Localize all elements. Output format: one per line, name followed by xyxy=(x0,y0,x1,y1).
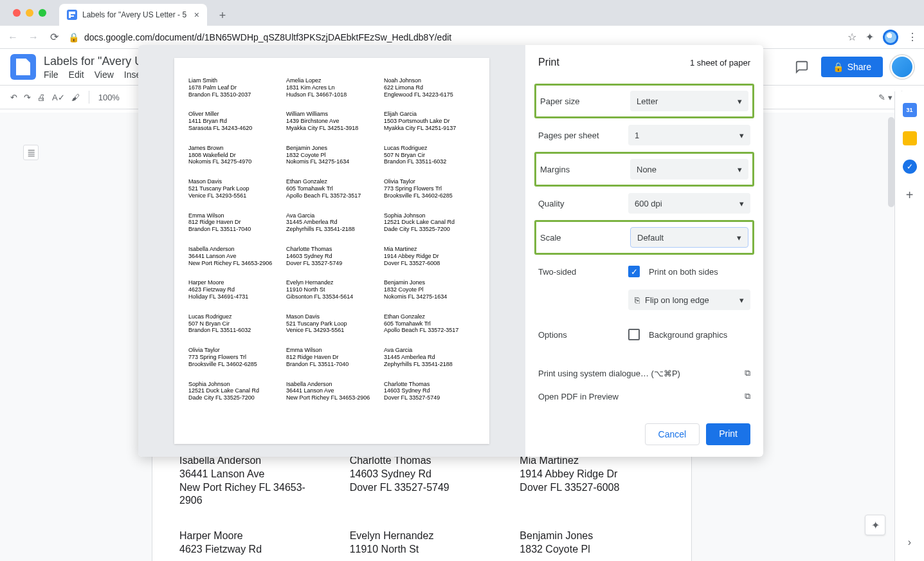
preview-label: Emma Wilson812 Ridge Haven DrBrandon FL … xyxy=(286,347,377,367)
paper-size-dropdown[interactable]: Letter ▾ xyxy=(630,91,748,111)
minimize-window-icon[interactable] xyxy=(26,9,33,17)
highlight-paper-size: Paper size Letter ▾ xyxy=(534,84,754,118)
preview-label: Lucas Rodriguez507 N Bryan CirBrandon FL… xyxy=(384,145,475,165)
doc-label: Mia Martinez1914 Abbey Ridge DrDover FL … xyxy=(520,454,664,508)
address-bar[interactable]: 🔒 docs.google.com/document/d/1BN65WDHp_q… xyxy=(68,32,840,42)
print-button[interactable]: Print xyxy=(706,423,750,445)
system-dialog-link[interactable]: Print using system dialogue… (⌥⌘P) xyxy=(538,369,680,378)
extensions-icon[interactable]: ✦ xyxy=(865,31,874,43)
close-window-icon[interactable] xyxy=(13,9,21,17)
menu-edit[interactable]: Edit xyxy=(69,69,84,80)
scrollbar-thumb[interactable] xyxy=(888,117,894,207)
docs-favicon-icon xyxy=(67,10,77,20)
background-graphics-checkbox[interactable] xyxy=(628,329,640,340)
open-pdf-link[interactable]: Open PDF in Preview xyxy=(538,392,619,401)
preview-page: Liam Smith1678 Palm Leaf DrBrandon FL 33… xyxy=(174,58,489,444)
preview-label: Oliver Miller1411 Bryan RdSarasota FL 34… xyxy=(188,111,280,131)
preview-label: Ethan Gonzalez605 Tomahawk TrlApollo Bea… xyxy=(286,178,377,199)
chevron-down-icon: ▾ xyxy=(738,165,742,174)
calendar-icon[interactable] xyxy=(903,103,917,117)
preview-label: Olivia Taylor773 Spring Flowers TrlBrook… xyxy=(188,347,280,367)
preview-label: Olivia Taylor773 Spring Flowers TrlBrook… xyxy=(384,178,475,199)
lock-icon: 🔒 xyxy=(68,32,79,42)
print-preview-pane: Liam Smith1678 Palm Leaf DrBrandon FL 33… xyxy=(138,45,525,457)
two-sided-checkbox[interactable]: ✓ xyxy=(628,266,640,277)
comments-icon[interactable] xyxy=(790,55,813,78)
doc-label: Evelyn Hernandez11910 North St xyxy=(350,529,494,556)
preview-label: Liam Smith1678 Palm Leaf DrBrandon FL 33… xyxy=(188,77,280,98)
forward-button[interactable]: → xyxy=(27,31,40,44)
background-graphics-text: Background graphics xyxy=(649,330,727,340)
doc-label: Harper Moore4623 Fietzway Rd xyxy=(179,529,324,556)
preview-label: Harper Moore4623 Fietzway RdHoliday FL 3… xyxy=(188,279,280,300)
print-settings-pane: Print 1 sheet of paper Paper size Letter… xyxy=(525,45,763,457)
doc-label: Benjamin Jones1832 Coyote Pl xyxy=(520,529,664,556)
preview-label: James Brown1808 Wakefield DrNokomis FL 3… xyxy=(188,145,280,165)
quality-label: Quality xyxy=(538,199,622,208)
browser-menu-icon[interactable]: ⋮ xyxy=(907,31,918,43)
quality-value: 600 dpi xyxy=(635,199,662,208)
back-button[interactable]: ← xyxy=(6,31,19,44)
scale-label: Scale xyxy=(540,233,624,243)
menu-file[interactable]: File xyxy=(44,69,59,80)
paper-size-value: Letter xyxy=(637,97,658,106)
collapse-panel-icon[interactable]: › xyxy=(908,537,911,548)
preview-label: Mia Martinez1914 Abbey Ridge DrDover FL … xyxy=(384,246,475,266)
doc-label: Isabella Anderson36441 Lanson AveNew Por… xyxy=(179,454,324,508)
zoom-level[interactable]: 100% xyxy=(98,93,120,102)
pages-per-sheet-label: Pages per sheet xyxy=(538,131,622,140)
preview-label: Isabella Anderson36441 Lanson AveNew Por… xyxy=(286,381,377,401)
pages-per-sheet-dropdown[interactable]: 1 ▾ xyxy=(628,125,750,145)
editing-mode-icon[interactable]: ✎ ▾ xyxy=(878,93,892,102)
flip-icon: ⎘ xyxy=(635,295,640,305)
flip-value: Flip on long edge xyxy=(645,295,709,305)
two-sided-label: Two-sided xyxy=(538,267,622,277)
redo-icon[interactable]: ↷ xyxy=(24,93,31,102)
spellcheck-icon[interactable]: A✓ xyxy=(52,93,65,102)
separator xyxy=(89,91,89,104)
preview-label: Benjamin Jones1832 Coyote PlNokomis FL 3… xyxy=(384,279,475,300)
keep-icon[interactable] xyxy=(903,131,917,145)
star-icon[interactable]: ☆ xyxy=(847,31,856,43)
cancel-button[interactable]: Cancel xyxy=(645,423,700,445)
flip-dropdown[interactable]: ⎘ Flip on long edge ▾ xyxy=(628,290,750,310)
preview-label: Elijah Garcia1503 Portsmouth Lake DrMyak… xyxy=(384,111,475,131)
add-addon-icon[interactable]: + xyxy=(906,188,914,203)
print-title: Print xyxy=(538,57,559,68)
undo-icon[interactable]: ↶ xyxy=(10,93,17,102)
preview-label: Evelyn Hernandez11910 North StGibsonton … xyxy=(286,279,377,300)
lock-icon: 🔒 xyxy=(833,62,844,72)
tasks-icon[interactable] xyxy=(903,160,917,174)
print-icon[interactable]: 🖨 xyxy=(37,93,46,102)
chevron-down-icon: ▾ xyxy=(738,97,742,106)
reload-button[interactable]: ⟳ xyxy=(48,31,60,44)
new-tab-button[interactable]: + xyxy=(213,6,231,24)
share-button[interactable]: 🔒 Share xyxy=(821,57,883,77)
preview-label: Mason Davis521 Tuscany Park LoopVenice F… xyxy=(286,313,377,334)
close-tab-icon[interactable]: × xyxy=(194,10,199,20)
paint-format-icon[interactable]: 🖌 xyxy=(71,93,80,102)
preview-label: Charlotte Thomas14603 Sydney RdDover FL … xyxy=(286,246,377,266)
user-avatar[interactable] xyxy=(891,55,914,78)
preview-label: Emma Wilson812 Ridge Haven DrBrandon FL … xyxy=(188,212,280,233)
preview-label: Charlotte Thomas14603 Sydney RdDover FL … xyxy=(384,381,475,401)
paper-size-label: Paper size xyxy=(540,97,624,106)
docs-logo-icon[interactable] xyxy=(10,54,36,80)
menu-view[interactable]: View xyxy=(95,69,114,80)
quality-dropdown[interactable]: 600 dpi ▾ xyxy=(628,193,750,214)
profile-avatar-icon[interactable] xyxy=(883,30,898,45)
preview-label: Mason Davis521 Tuscany Park LoopVenice F… xyxy=(188,178,280,199)
margins-dropdown[interactable]: None ▾ xyxy=(630,159,748,179)
explore-button[interactable]: ✦ xyxy=(865,515,885,535)
scale-dropdown[interactable]: Default ▾ xyxy=(630,227,748,248)
options-label: Options xyxy=(538,330,622,340)
outline-toggle-icon[interactable]: ≣ xyxy=(23,145,39,160)
chevron-down-icon: ▾ xyxy=(739,131,744,140)
preview-label: Noah Johnson622 Limona RdEnglewood FL 34… xyxy=(384,77,475,98)
browser-tab[interactable]: Labels for "Avery US Letter - 5 × xyxy=(59,4,207,26)
window-controls xyxy=(6,0,53,26)
maximize-window-icon[interactable] xyxy=(39,9,46,17)
highlight-margins: Margins None ▾ xyxy=(534,152,754,187)
preview-label: Amelia Lopez1831 Kim Acres LnHudson FL 3… xyxy=(286,77,377,98)
margins-label: Margins xyxy=(540,165,624,174)
